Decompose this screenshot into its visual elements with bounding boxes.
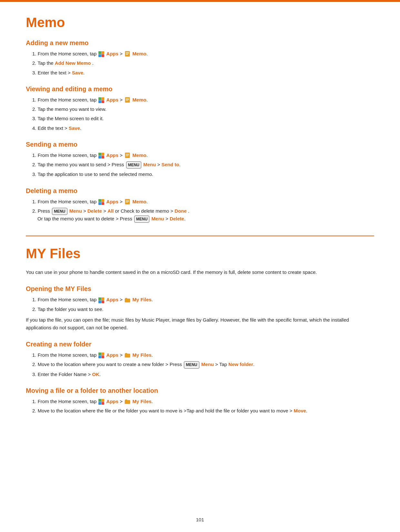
apps-icon-op (98, 297, 104, 303)
subsection-sending: Sending a memo 1. From the Home screen, … (26, 141, 374, 178)
svg-rect-4 (125, 97, 130, 102)
myfiles-title: MY Files (26, 246, 374, 261)
memo-label: Memo (132, 51, 146, 56)
svg-rect-6 (126, 99, 129, 100)
adding-heading: Adding a new memo (26, 39, 374, 47)
svg-rect-5 (126, 98, 129, 99)
memo-icon-s (125, 152, 130, 158)
apps-label: Apps (106, 51, 119, 56)
apps-icon-s (98, 153, 104, 159)
apps-icon-d (98, 199, 104, 205)
deleting-steps: 1. From the Home screen, tap Apps > Memo… (26, 198, 374, 223)
sending-heading: Sending a memo (26, 141, 374, 148)
myfiles-intro: You can use in your phone to handle cont… (26, 268, 374, 276)
creating-step-3: 3. Enter the Folder Name > OK. (32, 371, 374, 378)
adding-step-2: 2. Tap the Add New Memo . (32, 59, 374, 67)
memo-icon-1 (125, 51, 130, 57)
section-divider (26, 236, 374, 236)
memo-title: Memo (26, 15, 374, 30)
subsection-creating: Creating a new folder 1. From the Home s… (26, 341, 374, 378)
apps-icon (98, 51, 104, 57)
viewing-step-1: 1. From the Home screen, tap Apps > Memo… (32, 96, 374, 103)
deleting-step-2b: Or tap the memo you want to delete > Pre… (32, 215, 374, 223)
deleting-step-1: 1. From the Home screen, tap Apps > Memo… (32, 198, 374, 205)
creating-steps: 1. From the Home screen, tap Apps > My F… (26, 351, 374, 378)
apps-icon-cr (98, 353, 104, 358)
opening-heading: Opening the MY Files (26, 285, 374, 293)
svg-rect-9 (126, 154, 129, 154)
svg-rect-12 (125, 199, 130, 204)
svg-rect-1 (126, 52, 129, 53)
creating-step-1: 1. From the Home screen, tap Apps > My F… (32, 351, 374, 359)
subsection-adding: Adding a new memo 1. From the Home scree… (26, 39, 374, 76)
svg-rect-11 (126, 156, 128, 156)
subsection-viewing: Viewing and editing a memo 1. From the H… (26, 85, 374, 132)
svg-rect-7 (126, 100, 128, 101)
sending-steps: 1. From the Home screen, tap Apps > Memo… (26, 151, 374, 178)
svg-rect-14 (126, 201, 129, 202)
creating-heading: Creating a new folder (26, 341, 374, 348)
sending-step-2: 2. Tap the memo you want to send > Press… (32, 161, 374, 169)
svg-rect-0 (125, 51, 130, 56)
adding-steps: 1. From the Home screen, tap Apps > Memo… (26, 50, 374, 76)
opening-extra: If you tap the file, you can open the fi… (26, 316, 374, 332)
opening-step-2: 2. Tap the folder you want to see. (32, 305, 374, 313)
menu-button-cr: MENU (184, 361, 199, 369)
svg-rect-15 (126, 202, 128, 203)
menu-button-send: MENU (126, 161, 141, 169)
moving-heading: Moving a file or a folder to another loc… (26, 387, 374, 394)
menu-button-del: MENU (52, 208, 67, 215)
deleting-step-2: 2. Press MENU Menu > Delete > All or Che… (32, 207, 374, 223)
apps-icon-mv (98, 399, 104, 405)
svg-rect-13 (126, 200, 129, 201)
viewing-step-4: 4. Edit the text > Save. (32, 124, 374, 132)
subsection-deleting: Deleting a memo 1. From the Home screen,… (26, 187, 374, 223)
memo-icon-v (125, 97, 130, 103)
adding-step-3: 3. Enter the text > Save. (32, 69, 374, 76)
creating-step-2: 2. Move to the location where you want t… (32, 361, 374, 368)
moving-steps: 1. From the Home screen, tap Apps > My F… (26, 398, 374, 415)
moving-step-1: 1. From the Home screen, tap Apps > My F… (32, 398, 374, 405)
deleting-heading: Deleting a memo (26, 187, 374, 195)
sending-step-3: 3. Tap the application to use to send th… (32, 170, 374, 178)
page-number: 101 (196, 517, 204, 522)
sending-step-1: 1. From the Home screen, tap Apps > Memo… (32, 151, 374, 159)
subsection-moving: Moving a file or a folder to another loc… (26, 387, 374, 415)
folder-icon-cr (125, 352, 130, 358)
svg-rect-3 (126, 54, 128, 55)
apps-icon-v (98, 97, 104, 103)
viewing-steps: 1. From the Home screen, tap Apps > Memo… (26, 96, 374, 132)
opening-steps: 1. From the Home screen, tap Apps > My F… (26, 296, 374, 313)
subsection-opening: Opening the MY Files 1. From the Home sc… (26, 285, 374, 332)
page-content: Memo Adding a new memo 1. From the Home … (0, 2, 400, 436)
folder-icon-mv (125, 399, 130, 404)
page-footer: 101 (0, 517, 400, 522)
viewing-step-3: 3. Tap the Memo screen to edit it. (32, 115, 374, 122)
svg-rect-2 (126, 53, 129, 54)
svg-rect-8 (125, 153, 130, 158)
memo-icon-d (125, 199, 130, 205)
adding-step-1: 1. From the Home screen, tap Apps > Memo… (32, 50, 374, 57)
folder-icon-op (125, 297, 130, 303)
moving-step-2: 2. Move to the location where the file o… (32, 407, 374, 414)
svg-rect-10 (126, 155, 129, 155)
viewing-heading: Viewing and editing a memo (26, 85, 374, 93)
menu-button-del2: MENU (134, 216, 149, 223)
opening-step-1: 1. From the Home screen, tap Apps > My F… (32, 296, 374, 303)
viewing-step-2: 2. Tap the memo you want to view. (32, 105, 374, 113)
